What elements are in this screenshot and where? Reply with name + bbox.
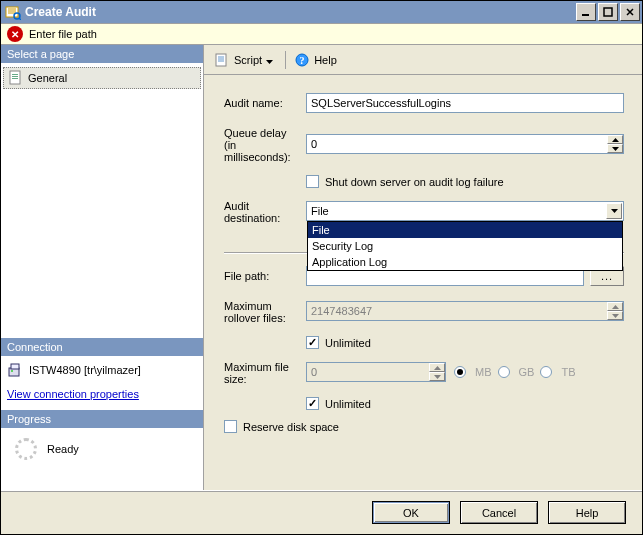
audit-destination-label: Audit destination: [224, 198, 306, 224]
queue-delay-input[interactable] [306, 134, 624, 154]
app-icon [5, 4, 21, 20]
footer-help-button[interactable]: Help [548, 501, 626, 524]
progress-block: Ready [1, 428, 203, 490]
combo-option-file[interactable]: File [308, 222, 622, 238]
file-path-label: File path: [224, 270, 306, 282]
audit-destination-dropdown: File Security Log Application Log [307, 221, 623, 271]
unit-gb-label: GB [519, 366, 535, 378]
sidebar-item-general[interactable]: General [3, 67, 201, 89]
help-icon: ? [294, 52, 310, 68]
help-button[interactable]: ? Help [290, 50, 341, 70]
svg-rect-4 [10, 71, 20, 84]
reserve-disk-space-checkbox[interactable] [224, 420, 237, 433]
rollover-unlimited-checkbox[interactable] [306, 336, 319, 349]
progress-header: Progress [1, 410, 203, 428]
create-audit-window: Create Audit ✕ Enter file path Select a … [0, 0, 643, 535]
svg-rect-7 [12, 78, 18, 79]
max-rollover-spin-up[interactable] [607, 302, 623, 311]
max-file-size-input [306, 362, 446, 382]
size-unlimited-label: Unlimited [325, 398, 371, 410]
toolbar: Script ? Help [204, 45, 642, 75]
queue-delay-spin-down[interactable] [607, 144, 623, 153]
view-connection-properties-link[interactable]: View connection properties [7, 388, 139, 400]
validation-message: Enter file path [29, 28, 97, 40]
title-bar: Create Audit [1, 1, 642, 23]
audit-destination-combo[interactable]: File File Security Log Application Log [306, 201, 624, 221]
progress-status: Ready [47, 443, 79, 455]
max-size-spin-up[interactable] [429, 363, 445, 372]
error-icon: ✕ [7, 26, 23, 42]
window-title: Create Audit [25, 5, 96, 19]
svg-rect-5 [12, 74, 18, 75]
progress-ring-icon [15, 438, 37, 460]
chevron-down-icon [266, 54, 273, 66]
unit-mb-label: MB [475, 366, 492, 378]
shutdown-label: Shut down server on audit log failure [325, 176, 504, 188]
max-rollover-label: Maximum rollover files: [224, 298, 306, 324]
dialog-footer: OK Cancel Help [1, 490, 642, 534]
cancel-button[interactable]: Cancel [460, 501, 538, 524]
unit-gb-radio[interactable] [498, 366, 510, 378]
reserve-disk-space-label: Reserve disk space [243, 421, 339, 433]
svg-rect-9 [11, 364, 19, 369]
form-area: Audit name: Queue delay (in milliseconds… [204, 75, 642, 447]
queue-delay-label: Queue delay (in milliseconds): [224, 125, 306, 163]
audit-destination-value: File [311, 205, 329, 217]
svg-rect-2 [582, 14, 589, 16]
combo-option-security-log[interactable]: Security Log [308, 238, 622, 254]
select-page-header: Select a page [1, 45, 203, 63]
close-button[interactable] [620, 3, 640, 21]
validation-ribbon: ✕ Enter file path [1, 23, 642, 45]
max-rollover-input [306, 301, 624, 321]
connection-info: ISTW4890 [tr\yilmazer] [1, 356, 203, 380]
script-icon [214, 52, 230, 68]
max-rollover-spin-down[interactable] [607, 311, 623, 320]
max-file-size-label: Maximum file size: [224, 359, 306, 385]
svg-rect-6 [12, 76, 18, 77]
page-icon [8, 70, 24, 86]
shutdown-checkbox[interactable] [306, 175, 319, 188]
maximize-button[interactable] [598, 3, 618, 21]
combo-dropdown-button[interactable] [606, 203, 622, 219]
script-button[interactable]: Script [210, 50, 277, 70]
queue-delay-spin-up[interactable] [607, 135, 623, 144]
server-label: ISTW4890 [tr\yilmazer] [29, 364, 141, 376]
unit-mb-radio[interactable] [454, 366, 466, 378]
svg-text:?: ? [300, 55, 305, 66]
svg-point-10 [11, 370, 13, 372]
main-panel: Script ? Help Audit name: [204, 45, 642, 490]
left-sidebar: Select a page General Connection ISTW489… [1, 45, 204, 490]
combo-option-application-log[interactable]: Application Log [308, 254, 622, 270]
minimize-button[interactable] [576, 3, 596, 21]
unit-tb-label: TB [561, 366, 575, 378]
svg-rect-11 [216, 54, 226, 66]
audit-name-label: Audit name: [224, 97, 306, 109]
audit-name-input[interactable] [306, 93, 624, 113]
max-size-spin-down[interactable] [429, 372, 445, 381]
sidebar-item-label: General [28, 72, 67, 84]
svg-rect-3 [604, 8, 612, 16]
ok-button[interactable]: OK [372, 501, 450, 524]
rollover-unlimited-label: Unlimited [325, 337, 371, 349]
server-icon [7, 362, 23, 378]
connection-header: Connection [1, 338, 203, 356]
size-unlimited-checkbox[interactable] [306, 397, 319, 410]
unit-tb-radio[interactable] [540, 366, 552, 378]
